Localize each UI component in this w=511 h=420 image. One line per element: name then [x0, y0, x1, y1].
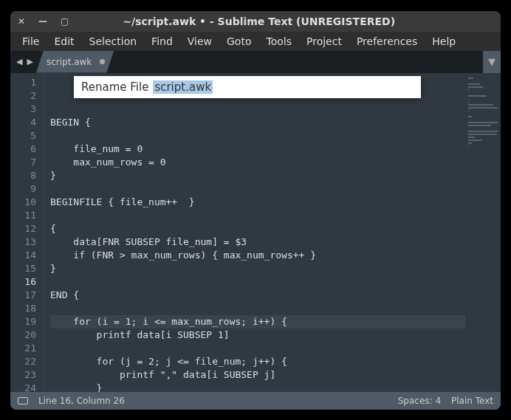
code-line[interactable]: printf "," data[i SUBSEP j] [50, 368, 465, 382]
minimap-line [468, 122, 498, 123]
line-number: 10 [13, 196, 36, 209]
code-line[interactable] [50, 209, 465, 222]
line-number-gutter: 1234567891011121314151617181920212223242… [10, 73, 44, 392]
status-indentation[interactable]: Spaces: 4 [398, 396, 441, 406]
minimap-line [468, 78, 473, 79]
line-number: 2 [13, 89, 36, 103]
line-number: 12 [13, 222, 36, 235]
code-line[interactable]: file_num = 0 [50, 142, 465, 156]
code-area[interactable]: Rename File script.awk BEGIN { file_num … [44, 73, 465, 392]
minimap-line [468, 89, 469, 91]
menu-goto[interactable]: Goto [221, 32, 257, 50]
line-number: 8 [13, 169, 36, 182]
minimap-line [468, 134, 497, 135]
code-line[interactable]: BEGIN { [50, 116, 465, 129]
maximize-icon[interactable]: ▢ [61, 16, 69, 27]
titlebar: ✕ — ▢ ~/script.awk • - Sublime Text (UNR… [10, 11, 501, 32]
line-number: 17 [13, 289, 36, 302]
line-number: 19 [13, 315, 36, 328]
line-number: 3 [13, 103, 36, 116]
tab-label: script.awk [47, 57, 92, 67]
code-line[interactable] [50, 275, 465, 289]
tab-dropdown-icon[interactable]: ▼ [483, 51, 501, 73]
menu-edit[interactable]: Edit [48, 32, 80, 50]
window-title: ~/script.awk • - Sublime Text (UNREGISTE… [69, 16, 493, 27]
rename-file-overlay: Rename File script.awk [74, 76, 421, 98]
code-line[interactable] [50, 342, 465, 355]
close-icon[interactable]: ✕ [18, 16, 25, 27]
tab-script-awk[interactable]: script.awk [36, 51, 114, 73]
editor: 1234567891011121314151617181920212223242… [10, 73, 501, 392]
menu-preferences[interactable]: Preferences [351, 32, 423, 50]
dirty-indicator-icon [100, 59, 105, 64]
status-syntax[interactable]: Plain Text [451, 396, 493, 406]
menu-selection[interactable]: Selection [83, 32, 143, 50]
status-cursor-position[interactable]: Line 16, Column 26 [38, 396, 125, 406]
code-line[interactable]: } [50, 262, 465, 275]
rename-label: Rename File [81, 80, 148, 94]
line-number: 18 [13, 302, 36, 315]
minimap-line [468, 101, 469, 103]
nav-back-icon[interactable]: ◀ [16, 57, 22, 66]
line-number: 11 [13, 209, 36, 222]
code-line[interactable]: for (i = 1; i <= max_num_rows; i++) { [50, 315, 465, 328]
tabbar: ◀ ▶ script.awk ▼ [10, 51, 501, 73]
nav-forward-icon[interactable]: ▶ [27, 57, 32, 66]
line-number: 21 [13, 342, 36, 355]
code-line[interactable] [50, 302, 465, 315]
line-number: 6 [13, 142, 36, 156]
menu-tools[interactable]: Tools [260, 32, 298, 50]
line-number: 1 [13, 76, 36, 89]
line-number: 7 [13, 156, 36, 169]
code-line[interactable]: if (FNR > max_num_rows) { max_num_rows++… [50, 249, 465, 262]
minimap-line [468, 86, 483, 88]
code-line[interactable] [50, 182, 465, 196]
minimap-line [468, 104, 493, 106]
line-number: 20 [13, 328, 36, 342]
minimize-icon[interactable]: — [38, 16, 47, 27]
code-line[interactable]: for (j = 2; j <= file_num; j++) { [50, 355, 465, 368]
line-number: 14 [13, 249, 36, 262]
code-line[interactable]: { [50, 222, 465, 235]
menu-find[interactable]: Find [145, 32, 179, 50]
minimap-line [468, 107, 498, 109]
code-line[interactable]: max_num_rows = 0 [50, 156, 465, 169]
menu-file[interactable]: File [16, 32, 45, 50]
minimap-line [468, 110, 469, 111]
code-line[interactable]: } [50, 169, 465, 182]
minimap-line [468, 142, 472, 144]
panel-switcher-icon[interactable] [18, 397, 28, 404]
code-line[interactable]: BEGINFILE { file_num++ } [50, 196, 465, 209]
rename-input[interactable]: script.awk [153, 80, 213, 94]
minimap-line [468, 83, 480, 85]
line-number: 9 [13, 182, 36, 196]
menu-project[interactable]: Project [301, 32, 348, 50]
minimap-line [468, 116, 472, 117]
line-number: 23 [13, 368, 36, 382]
minimap-line [468, 145, 469, 147]
code-line[interactable]: } [50, 382, 465, 392]
minimap-line [468, 131, 498, 132]
line-number: 15 [13, 262, 36, 275]
statusbar: Line 16, Column 26 Spaces: 4 Plain Text [10, 392, 501, 410]
line-number: 22 [13, 355, 36, 368]
line-number: 13 [13, 235, 36, 249]
minimap-line [468, 95, 487, 97]
line-number: 4 [13, 116, 36, 129]
menu-help[interactable]: Help [426, 32, 462, 50]
code-line[interactable]: data[FNR SUBSEP file_num] = $3 [50, 235, 465, 249]
app-window: ✕ — ▢ ~/script.awk • - Sublime Text (UNR… [10, 11, 501, 410]
code-line[interactable]: printf data[i SUBSEP 1] [50, 328, 465, 342]
minimap-line [468, 140, 482, 141]
code-line[interactable]: END { [50, 289, 465, 302]
code-line[interactable] [50, 129, 465, 142]
minimap[interactable] [465, 73, 501, 392]
menubar: FileEditSelectionFindViewGotoToolsProjec… [10, 32, 501, 51]
line-number: 5 [13, 129, 36, 142]
minimap-line [468, 137, 475, 138]
line-number: 24 [13, 382, 36, 392]
menu-view[interactable]: View [182, 32, 218, 50]
line-number: 16 [13, 275, 36, 289]
minimap-line [468, 125, 491, 126]
